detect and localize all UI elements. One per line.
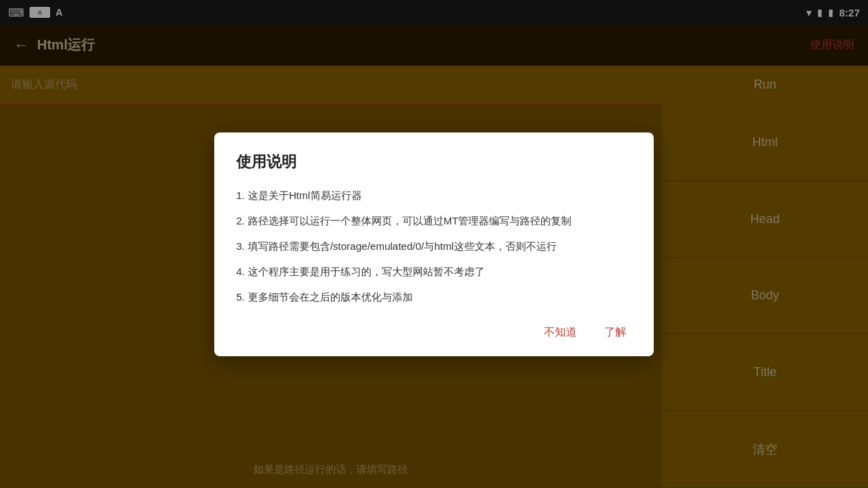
dialog-item-2: 2. 路径选择可以运行一个整体网页，可以通过MT管理器编写与路径的复制 xyxy=(236,211,632,230)
dialog-overlay: 使用说明 1. 这是关于Html简易运行器 2. 路径选择可以运行一个整体网页，… xyxy=(0,0,868,488)
dialog-content: 1. 这是关于Html简易运行器 2. 路径选择可以运行一个整体网页，可以通过M… xyxy=(236,186,632,306)
dialog-title: 使用说明 xyxy=(236,152,632,172)
dialog-confirm-button[interactable]: 了解 xyxy=(599,323,632,342)
dialog-item-5: 5. 更多细节会在之后的版本优化与添加 xyxy=(236,288,632,306)
dialog-item-4: 4. 这个程序主要是用于练习的，写大型网站暂不考虑了 xyxy=(236,262,632,281)
main-area: Run Html Head Body Title 清空 使用说明 1. 这是关于… xyxy=(0,66,868,488)
dialog-cancel-button[interactable]: 不知道 xyxy=(538,323,582,342)
dialog-item-3: 3. 填写路径需要包含/storage/emulated/0/与html这些文本… xyxy=(236,237,632,255)
dialog-actions: 不知道 了解 xyxy=(236,323,632,342)
dialog: 使用说明 1. 这是关于Html简易运行器 2. 路径选择可以运行一个整体网页，… xyxy=(214,132,654,356)
dialog-item-1: 1. 这是关于Html简易运行器 xyxy=(236,186,632,205)
